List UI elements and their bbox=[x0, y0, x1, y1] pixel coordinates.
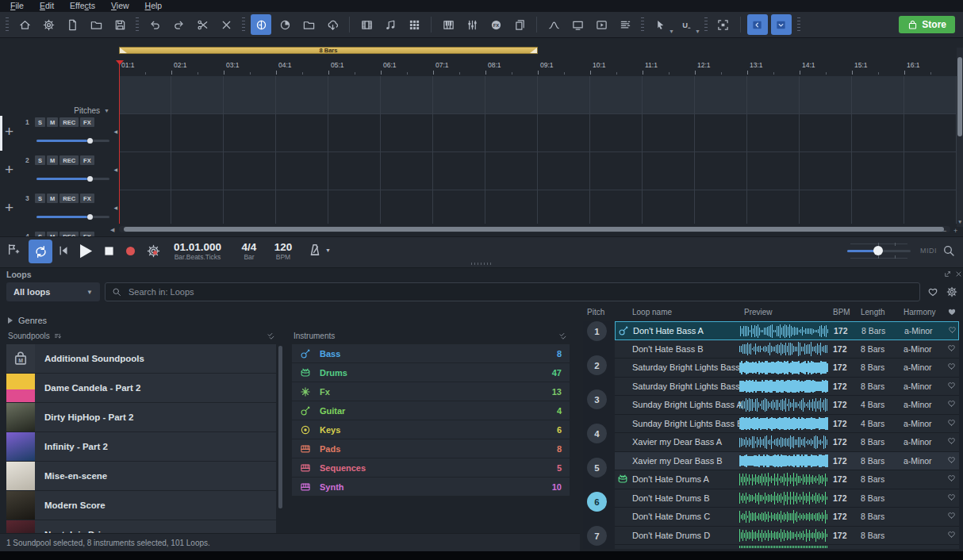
loop-row[interactable]: Don't Hate Drums A1728 Bars bbox=[615, 470, 959, 489]
track-rec-button[interactable]: REC bbox=[59, 194, 79, 203]
add-object-button[interactable]: + bbox=[5, 162, 13, 177]
track-fx-button[interactable]: FX bbox=[80, 117, 94, 127]
loop-range-bar[interactable]: 8 Bars bbox=[119, 47, 538, 54]
song-parts-button[interactable] bbox=[356, 14, 377, 35]
project-folder-button[interactable] bbox=[298, 14, 319, 35]
pitch-5[interactable]: 5 bbox=[587, 458, 607, 478]
waveform-preview[interactable] bbox=[740, 324, 829, 339]
loop-row[interactable]: Saturday Bright Lights Bass A1728 Barsa-… bbox=[615, 359, 959, 378]
open-project-button[interactable] bbox=[86, 14, 106, 35]
metronome-dropdown-caret-icon[interactable]: ▼ bbox=[325, 247, 331, 253]
pitch-4[interactable]: 4 bbox=[587, 424, 607, 443]
save-project-button[interactable] bbox=[109, 14, 130, 35]
track-volume-slider[interactable] bbox=[36, 213, 109, 220]
waveform-preview[interactable] bbox=[739, 398, 828, 412]
pitch-3[interactable]: 3 bbox=[587, 389, 607, 409]
track-rec-button[interactable]: REC bbox=[59, 155, 79, 165]
soundpools-scrollbar-thumb[interactable] bbox=[278, 346, 282, 508]
track-rec-button[interactable]: REC bbox=[59, 117, 79, 127]
waveform-preview[interactable] bbox=[739, 473, 828, 487]
instrument-item-drums[interactable]: Drums47 bbox=[292, 363, 570, 382]
track-collapse-arrow-icon[interactable]: ◀ bbox=[113, 205, 117, 210]
track-lane-3[interactable] bbox=[119, 152, 957, 190]
waveform-preview[interactable] bbox=[739, 342, 828, 356]
favorite-button[interactable] bbox=[947, 493, 956, 501]
pitch-1[interactable]: 1 bbox=[587, 321, 607, 341]
track-s-button[interactable]: S bbox=[35, 194, 45, 203]
menu-item-file[interactable]: File bbox=[3, 0, 31, 12]
scroll-down-arrow-icon[interactable]: ▼ bbox=[957, 219, 962, 224]
metronome-button[interactable] bbox=[308, 243, 322, 257]
soundpool-item[interactable]: Dame Candela - Part 2 bbox=[6, 374, 276, 402]
waveform-preview[interactable] bbox=[739, 510, 828, 524]
search-zoom-icon[interactable] bbox=[942, 244, 955, 257]
object-mode-button[interactable]: U bbox=[676, 14, 696, 35]
horizontal-scrollbar[interactable] bbox=[119, 226, 950, 232]
instrument-item-fx[interactable]: Fx13 bbox=[292, 382, 570, 401]
sort-icon[interactable] bbox=[54, 332, 62, 340]
loop-row[interactable]: Don't Hate Drums D1728 Bars bbox=[615, 527, 959, 546]
object-editor-button[interactable] bbox=[615, 14, 635, 35]
loop-row[interactable]: Saturday Bright Lights Bass B1728 Barsa-… bbox=[615, 378, 959, 397]
track-m-button[interactable]: M bbox=[47, 194, 58, 203]
time-signature-display[interactable]: 4/4 Bar bbox=[235, 241, 263, 261]
favorite-button[interactable] bbox=[947, 362, 956, 370]
slider-knob[interactable] bbox=[87, 176, 93, 182]
redo-button[interactable] bbox=[168, 14, 189, 35]
select-all-instruments-icon[interactable] bbox=[558, 332, 567, 340]
track-lane-4[interactable] bbox=[119, 190, 957, 224]
soundpool-item[interactable]: Nostalgia Drive bbox=[6, 520, 276, 533]
favorite-button[interactable] bbox=[947, 530, 956, 539]
piano-roll-button[interactable] bbox=[438, 14, 458, 35]
toolbar-drag-handle[interactable] bbox=[136, 17, 139, 32]
melody-editor-button[interactable] bbox=[380, 14, 401, 35]
waveform-preview[interactable] bbox=[739, 454, 828, 468]
favorite-button[interactable] bbox=[947, 436, 956, 445]
record-button[interactable] bbox=[124, 244, 137, 258]
pitch-2[interactable]: 2 bbox=[587, 355, 607, 375]
track-s-button[interactable]: S bbox=[35, 155, 45, 165]
menu-item-effects[interactable]: Effects bbox=[63, 0, 102, 12]
automation-button[interactable] bbox=[543, 14, 564, 35]
bottom-panel-toggle[interactable] bbox=[771, 14, 792, 35]
vertical-scrollbar[interactable] bbox=[957, 48, 963, 227]
add-marker-button[interactable] bbox=[6, 243, 20, 256]
fullscreen-button[interactable] bbox=[713, 14, 734, 35]
favorite-button[interactable] bbox=[947, 418, 956, 427]
pitch-6[interactable]: 6 bbox=[587, 492, 607, 512]
loops-filter-dropdown[interactable]: All loops ▼ bbox=[6, 282, 100, 301]
horizontal-scrollbar-thumb[interactable] bbox=[124, 227, 944, 232]
instrument-item-synth[interactable]: Synth10 bbox=[292, 478, 570, 496]
track-m-button[interactable]: M bbox=[47, 155, 58, 165]
panel-resize-handle[interactable] bbox=[471, 263, 493, 265]
track-volume-slider[interactable] bbox=[36, 137, 109, 144]
video-button[interactable] bbox=[591, 14, 612, 35]
toolbar-drag-handle[interactable] bbox=[6, 17, 9, 32]
loop-row[interactable]: Don't Hate Drums C1728 Bars bbox=[615, 508, 959, 527]
slider-knob[interactable] bbox=[873, 246, 883, 255]
track-fx-button[interactable]: FX bbox=[80, 155, 94, 165]
skip-to-start-button[interactable] bbox=[57, 244, 70, 257]
soundpool-item[interactable]: Infinity - Part 2 bbox=[6, 432, 276, 461]
play-button[interactable] bbox=[76, 242, 94, 260]
metronome-settings-button[interactable] bbox=[147, 244, 160, 258]
timeline-ruler[interactable]: 01:102:103:104:105:106:107:108:109:110:1… bbox=[119, 60, 957, 75]
follow-playhead-toggle[interactable] bbox=[251, 14, 271, 35]
waveform-preview[interactable] bbox=[739, 416, 828, 431]
menu-item-help[interactable]: Help bbox=[138, 0, 170, 12]
column-header-preview[interactable]: Preview bbox=[744, 308, 773, 316]
waveform-preview[interactable] bbox=[739, 361, 828, 375]
add-object-button[interactable]: + bbox=[5, 124, 13, 139]
toolbar-drag-handle[interactable] bbox=[797, 17, 800, 32]
favorite-button[interactable] bbox=[947, 399, 956, 408]
loop-row[interactable]: Sunday Bright Lights Bass B1724 Barsa-Mi… bbox=[615, 415, 959, 434]
soundpool-item[interactable]: Mise-en-scene bbox=[6, 462, 276, 490]
menu-item-edit[interactable]: Edit bbox=[33, 0, 61, 12]
column-header-loop-name[interactable]: Loop name bbox=[632, 308, 672, 316]
playhead-marker[interactable] bbox=[116, 60, 124, 69]
waveform-preview[interactable] bbox=[739, 435, 828, 450]
cloud-import-button[interactable] bbox=[322, 14, 343, 35]
waveform-preview[interactable] bbox=[739, 528, 828, 543]
loop-duration-button[interactable] bbox=[274, 14, 295, 35]
genres-collapsible[interactable]: Genres bbox=[8, 316, 47, 325]
